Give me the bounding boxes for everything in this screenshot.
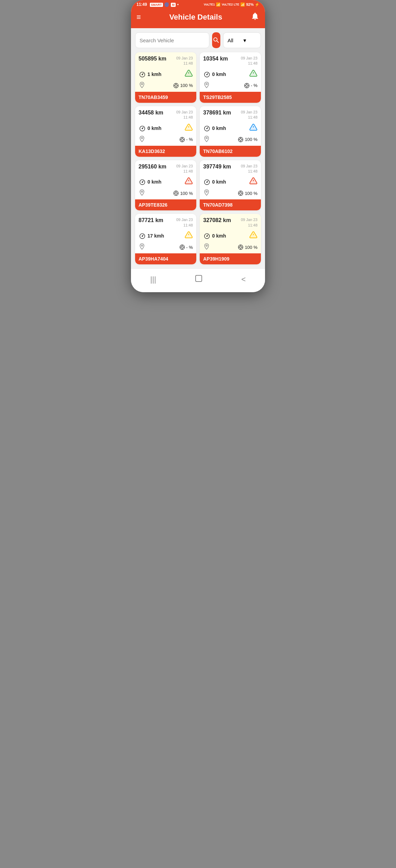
tire-icon xyxy=(179,136,185,143)
location-icon xyxy=(203,189,210,197)
vehicle-card[interactable]: 295160 km 09 Jan 2311:48 0 kmh xyxy=(135,160,196,211)
card-top-row: 34458 km 09 Jan 2311:48 xyxy=(139,110,193,120)
svg-point-81 xyxy=(206,245,207,246)
time: 11:49 xyxy=(136,2,147,7)
phone-container: 11:49 SMART 🌀 M • VoLTE1 📶 VoLTE2 LTE 📶 … xyxy=(131,0,265,292)
search-button[interactable] xyxy=(212,32,220,48)
alert-triangle-icon xyxy=(249,69,257,77)
card-body: 87721 km 09 Jan 2311:48 17 kmh xyxy=(135,214,196,253)
svg-point-56 xyxy=(207,182,207,183)
signal-bars-2: 📶 xyxy=(240,2,245,7)
svg-point-26 xyxy=(141,137,143,139)
menu-icon[interactable]: ≡ xyxy=(136,13,141,22)
filter-selected: All xyxy=(228,37,241,43)
svg-point-50 xyxy=(175,192,177,194)
card-km: 327082 km xyxy=(203,217,231,223)
card-date: 09 Jan 2311:48 xyxy=(241,217,257,228)
svg-point-15 xyxy=(206,83,207,85)
tire-info: 100 % xyxy=(173,83,193,89)
nav-menu-button[interactable]: ||| xyxy=(143,274,163,285)
speed-value: 0 kmh xyxy=(147,125,161,131)
speedometer-icon xyxy=(203,232,211,240)
card-bottom-row: 100 % xyxy=(139,189,193,197)
vehicle-card[interactable]: 10354 km 09 Jan 2311:48 0 kmh xyxy=(200,52,261,103)
alert-triangle-icon xyxy=(185,123,193,131)
card-top-row: 10354 km 09 Jan 2311:48 xyxy=(203,56,257,66)
pin-icon xyxy=(203,135,210,142)
filter-dropdown[interactable]: All ▾ xyxy=(223,32,261,48)
card-top-row: 87721 km 09 Jan 2311:48 xyxy=(139,217,193,228)
card-mid-row: 0 kmh xyxy=(203,231,257,241)
vehicle-card[interactable]: 378691 km 09 Jan 2311:48 0 kmh xyxy=(200,106,261,157)
card-date: 09 Jan 2311:48 xyxy=(176,56,193,66)
tire-info: 100 % xyxy=(238,136,257,143)
card-bottom-row: - % xyxy=(139,135,193,144)
speedometer-icon xyxy=(139,178,146,186)
warning-icon xyxy=(185,69,193,79)
tire-value: 100 % xyxy=(180,83,193,88)
vehicle-card[interactable]: 397749 km 09 Jan 2311:48 0 kmh xyxy=(200,160,261,211)
speed-info: 0 kmh xyxy=(203,124,226,132)
card-body: 378691 km 09 Jan 2311:48 0 kmh xyxy=(200,106,261,146)
sim-icons: SMART 🌀 M • xyxy=(150,2,179,7)
speed-value: 0 kmh xyxy=(147,179,161,185)
warning-icon xyxy=(249,231,257,241)
card-body: 327082 km 09 Jan 2311:48 0 kmh xyxy=(200,214,261,253)
vehicle-plate: AP39H1909 xyxy=(200,253,261,264)
search-box xyxy=(135,32,209,48)
speedometer-icon xyxy=(203,178,211,186)
tire-value: 100 % xyxy=(180,191,193,196)
tire-value: 100 % xyxy=(245,137,257,142)
card-body: 10354 km 09 Jan 2311:48 0 kmh xyxy=(200,52,261,92)
vehicle-card[interactable]: 505895 km 09 Jan 2311:48 1 kmh xyxy=(135,52,196,103)
svg-point-67 xyxy=(142,236,143,237)
card-km: 10354 km xyxy=(203,56,228,62)
nav-home-button[interactable] xyxy=(188,273,210,286)
vehicle-plate: TS29TB2585 xyxy=(200,92,261,103)
warning-icon xyxy=(249,177,257,187)
card-km: 397749 km xyxy=(203,164,231,170)
card-bottom-row: 100 % xyxy=(203,243,257,251)
speed-value: 0 kmh xyxy=(212,72,226,77)
nav-back-button[interactable]: < xyxy=(234,274,253,285)
svg-point-1 xyxy=(142,74,143,75)
status-left: 11:49 SMART 🌀 M • xyxy=(136,2,179,7)
speed-info: 0 kmh xyxy=(139,124,161,132)
svg-point-39 xyxy=(240,139,242,141)
network-lte1: VoLTE1 xyxy=(204,3,215,6)
vehicle-plate: AP39HA7404 xyxy=(135,253,196,264)
speedometer-icon xyxy=(139,70,146,78)
search-row: All ▾ xyxy=(135,32,261,48)
warning-icon xyxy=(185,177,193,187)
speed-value: 0 kmh xyxy=(212,125,226,131)
svg-point-78 xyxy=(207,236,207,237)
svg-point-70 xyxy=(141,245,143,246)
speedometer-icon xyxy=(203,70,211,78)
vehicle-card[interactable]: 34458 km 09 Jan 2311:48 0 kmh xyxy=(135,106,196,157)
svg-point-23 xyxy=(142,128,143,129)
svg-point-28 xyxy=(181,139,183,141)
card-bottom-row: 100 % xyxy=(139,81,193,90)
speed-value: 17 kmh xyxy=(147,233,164,239)
card-mid-row: 17 kmh xyxy=(139,231,193,241)
battery-percent: 92% xyxy=(246,2,254,7)
svg-point-4 xyxy=(141,83,143,85)
warning-icon xyxy=(249,123,257,133)
search-input[interactable] xyxy=(140,37,205,43)
vehicle-card[interactable]: 87721 km 09 Jan 2311:48 17 kmh xyxy=(135,214,196,264)
svg-point-59 xyxy=(206,191,207,193)
pin-icon xyxy=(139,243,145,250)
speed-value: 0 kmh xyxy=(212,179,226,185)
tire-value: - % xyxy=(186,245,193,250)
pin-icon xyxy=(139,189,145,196)
warning-icon xyxy=(185,231,193,241)
pin-icon xyxy=(203,189,210,196)
tire-icon xyxy=(238,190,244,196)
pin-icon xyxy=(139,135,145,142)
card-km: 87721 km xyxy=(139,217,163,223)
tire-icon xyxy=(173,190,179,196)
vehicle-card[interactable]: 327082 km 09 Jan 2311:48 0 kmh xyxy=(200,214,261,264)
battery-icon: ⚡ xyxy=(255,2,260,7)
notification-bell-icon[interactable] xyxy=(251,12,260,23)
tire-value: - % xyxy=(251,83,258,88)
